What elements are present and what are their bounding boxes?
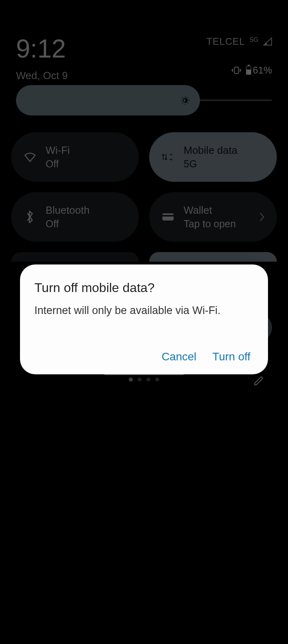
cancel-button[interactable]: Cancel [162, 350, 196, 363]
confirm-dialog: Turn off mobile data? Internet will only… [20, 264, 268, 374]
dialog-message: Internet will only be available via Wi-F… [34, 303, 254, 318]
turn-off-button[interactable]: Turn off [212, 350, 250, 363]
dialog-title: Turn off mobile data? [34, 280, 254, 295]
